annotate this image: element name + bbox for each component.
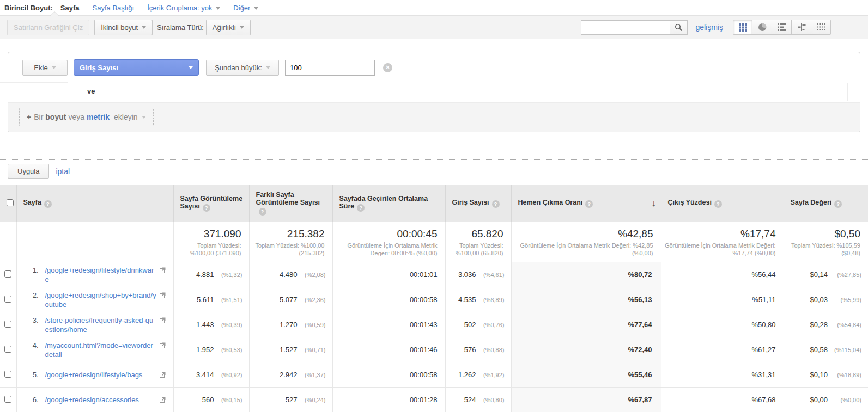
chevron-down-icon bbox=[52, 66, 56, 69]
row-checkbox[interactable] bbox=[4, 321, 11, 328]
report-data-table: Sayfa? Sayfa Görüntüleme Sayısı? Farklı … bbox=[0, 185, 868, 412]
help-icon[interactable]: ? bbox=[44, 200, 52, 208]
open-in-new-window-icon[interactable] bbox=[160, 371, 166, 379]
filter-condition-dropdown[interactable]: Şundan büyük: bbox=[206, 60, 279, 76]
dimension-tab-sayfa-basligi[interactable]: Sayfa Başlığı bbox=[93, 4, 135, 12]
row-checkbox[interactable] bbox=[4, 346, 11, 353]
search-input[interactable] bbox=[581, 20, 670, 35]
page-value: $0,14 bbox=[810, 270, 828, 279]
select-all-checkbox-cell bbox=[0, 185, 16, 222]
select-all-checkbox[interactable] bbox=[7, 199, 14, 206]
row-checkbox[interactable] bbox=[4, 396, 11, 403]
filter-include-dropdown[interactable]: Ekle bbox=[22, 60, 68, 76]
chevron-down-icon bbox=[189, 66, 193, 69]
remove-filter-icon[interactable]: × bbox=[383, 63, 392, 72]
summary-page-value: $0,50Toplam Yüzdesi: %105,59 ($0,48) bbox=[784, 222, 868, 262]
percentage-view-button[interactable] bbox=[752, 20, 772, 35]
open-in-new-window-icon[interactable] bbox=[160, 267, 166, 284]
apply-filter-button[interactable]: Uygula bbox=[8, 164, 49, 179]
row-checkbox[interactable] bbox=[4, 296, 11, 303]
cancel-filter-link[interactable]: iptal bbox=[56, 167, 70, 176]
chevron-down-icon bbox=[142, 116, 146, 119]
page-link[interactable]: /google+redesign/lifestyle/bags bbox=[45, 370, 157, 379]
filter-value-input[interactable] bbox=[285, 60, 375, 76]
performance-view-button[interactable] bbox=[772, 20, 792, 35]
table-summary-row: 371.090Toplam Yüzdesi: %100,00 (371.090)… bbox=[0, 222, 868, 262]
unique-pageviews-value: 5.077 bbox=[280, 296, 298, 304]
bounce-rate-value: %56,13 bbox=[511, 287, 661, 312]
column-header-sayfa-degeri[interactable]: Sayfa Değeri? bbox=[784, 185, 868, 222]
column-header-sayfa[interactable]: Sayfa? bbox=[16, 185, 173, 222]
help-icon[interactable]: ? bbox=[203, 204, 210, 212]
page-value-percent: (%18,89) bbox=[828, 372, 861, 378]
entrances-percent: (%1,92) bbox=[476, 372, 505, 378]
dimension-tab-diger[interactable]: Diğer bbox=[233, 4, 258, 12]
table-search bbox=[581, 20, 688, 35]
filter-metric-dropdown[interactable]: Giriş Sayısı bbox=[74, 59, 199, 76]
page-value-percent: (%54,84) bbox=[828, 322, 861, 328]
unique-pageviews-percent: (%0,71) bbox=[298, 347, 326, 353]
open-in-new-window-icon[interactable] bbox=[160, 396, 166, 404]
open-in-new-window-icon[interactable] bbox=[160, 317, 166, 334]
avg-time-value: 00:01:01 bbox=[332, 262, 445, 287]
pivot-view-button[interactable] bbox=[811, 20, 831, 35]
row-checkbox[interactable] bbox=[4, 371, 11, 378]
unique-pageviews-percent: (%2,08) bbox=[298, 272, 326, 278]
report-toolbar: Satırların Grafiğini Çiz İkincil boyut S… bbox=[0, 15, 868, 39]
page-link[interactable]: /google+redesign/lifestyle/drinkware bbox=[45, 266, 157, 284]
column-header-hemen-cikma-orani[interactable]: Hemen Çıkma Oranı?↓ bbox=[511, 185, 661, 222]
exit-rate-value: %31,31 bbox=[661, 362, 784, 388]
sort-type-dropdown[interactable]: Ağırlıklı bbox=[206, 20, 251, 35]
entrances-percent: (%0,80) bbox=[476, 397, 505, 403]
primary-dimension-label: Birincil Boyut: bbox=[4, 4, 53, 12]
dimension-tab-sayfa[interactable]: Sayfa bbox=[60, 4, 80, 12]
page-link[interactable]: /google+redesign/accessories bbox=[45, 395, 157, 404]
pageviews-percent: (%0,53) bbox=[214, 347, 242, 353]
unique-pageviews-percent: (%0,59) bbox=[298, 322, 326, 328]
help-icon[interactable]: ? bbox=[585, 200, 593, 208]
page-link[interactable]: /store-policies/frequently-asked-questio… bbox=[45, 316, 157, 334]
column-header-ortalama-sure[interactable]: Sayfada Geçirilen Ortalama Süre? bbox=[332, 185, 445, 222]
column-header-sayfa-goruntuleme[interactable]: Sayfa Görüntüleme Sayısı? bbox=[173, 185, 249, 222]
page-link[interactable]: /google+redesign/shop+by+brand/youtube bbox=[45, 291, 157, 309]
advanced-filter-link[interactable]: gelişmiş bbox=[695, 23, 723, 32]
table-row: 3. /store-policies/frequently-asked-ques… bbox=[0, 312, 868, 337]
secondary-dimension-button[interactable]: İkincil boyut bbox=[94, 20, 153, 35]
pageviews-percent: (%1,51) bbox=[214, 297, 242, 303]
unique-pageviews-value: 1.527 bbox=[280, 346, 298, 354]
avg-time-value: 00:01:46 bbox=[332, 337, 445, 362]
row-number: 4. bbox=[17, 341, 39, 349]
comparison-view-button[interactable] bbox=[792, 20, 811, 35]
column-header-giris-sayisi[interactable]: Giriş Sayısı? bbox=[445, 185, 511, 222]
plot-rows-button[interactable]: Satırların Grafiğini Çiz bbox=[7, 20, 89, 35]
data-table-view-button[interactable] bbox=[733, 20, 752, 35]
bounce-rate-value: %77,64 bbox=[511, 312, 661, 337]
help-icon[interactable]: ? bbox=[259, 208, 266, 216]
add-dimension-or-metric-button[interactable]: + Bir boyut veya metrik ekleyin bbox=[19, 108, 154, 126]
row-checkbox[interactable] bbox=[4, 270, 11, 278]
empty-condition-slot bbox=[122, 83, 848, 101]
chevron-down-icon bbox=[254, 7, 258, 10]
help-icon[interactable]: ? bbox=[714, 200, 722, 208]
bounce-rate-value: %80,72 bbox=[511, 262, 661, 287]
column-header-farkli-sayfa-goruntuleme[interactable]: Farklı Sayfa Görüntüleme Sayısı? bbox=[249, 185, 332, 222]
pageviews-value: 4.881 bbox=[196, 270, 214, 279]
search-button[interactable] bbox=[670, 20, 688, 35]
open-in-new-window-icon[interactable] bbox=[160, 342, 166, 359]
help-icon[interactable]: ? bbox=[834, 200, 842, 208]
dimension-tab-icerik-gruplama[interactable]: İçerik Gruplama: yok bbox=[147, 4, 220, 12]
open-in-new-window-icon[interactable] bbox=[160, 292, 166, 309]
horizontal-bars-icon bbox=[778, 23, 786, 31]
view-mode-buttons bbox=[733, 20, 831, 35]
help-icon[interactable]: ? bbox=[357, 204, 365, 212]
bounce-rate-value: %55,46 bbox=[511, 362, 661, 388]
page-link[interactable]: /myaccount.html?mode=vieworderdetail bbox=[45, 341, 157, 359]
entrances-value: 524 bbox=[464, 396, 476, 404]
help-icon[interactable]: ? bbox=[492, 200, 500, 208]
column-header-cikis-yuzdesi[interactable]: Çıkış Yüzdesi? bbox=[661, 185, 784, 222]
unique-pageviews-value: 1.270 bbox=[280, 321, 298, 329]
summary-pageviews: 371.090Toplam Yüzdesi: %100,00 (371.090) bbox=[173, 222, 249, 262]
entrances-percent: (%0,88) bbox=[476, 347, 505, 353]
unique-pageviews-value: 2.942 bbox=[280, 371, 298, 379]
sort-descending-icon[interactable]: ↓ bbox=[652, 199, 656, 208]
